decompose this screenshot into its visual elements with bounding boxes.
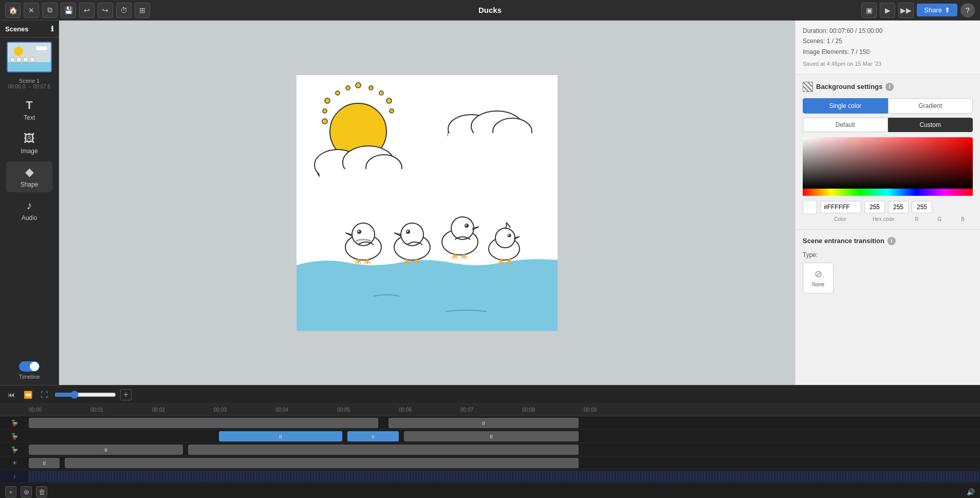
bg-settings-header: Background settings i <box>803 82 973 92</box>
scenes-count-info: Scenes: 1 / 25 <box>803 36 973 46</box>
color-hue-strip[interactable] <box>803 189 973 196</box>
timeline-ruler: 00:00 00:01 00:02 00:03 00:04 00:05 00:0… <box>0 404 980 416</box>
canvas-frame <box>296 75 558 331</box>
timeline-toggle-area: Timeline <box>0 356 59 385</box>
track-row-2: 🦆 ⏸ ⏸ ⏸ <box>0 430 980 443</box>
track-4-block-2[interactable] <box>65 458 579 468</box>
shape-tool[interactable]: ◆ Shape <box>6 161 52 192</box>
ruler-8: 00:08 <box>522 407 584 413</box>
hex-input[interactable] <box>820 201 861 213</box>
mini-cloud <box>35 46 48 51</box>
track-1-block-1[interactable] <box>29 418 378 428</box>
image-elements-info: Image Elements: 7 / 150 <box>803 47 973 57</box>
single-color-tab[interactable]: Single color <box>803 98 888 114</box>
volume-icon[interactable]: 🔊 <box>967 488 975 496</box>
image-tool[interactable]: 🖼 Image <box>6 128 52 159</box>
text-tool[interactable]: T Text <box>6 95 52 125</box>
mini-sun <box>14 47 23 56</box>
bottom-timeline: ⏮ ⏪ ⛶ + 00:00 00:01 00:02 00:03 00:04 00… <box>0 385 980 498</box>
custom-tab[interactable]: Custom <box>888 118 973 132</box>
g-label: G <box>930 216 950 222</box>
undo-button[interactable]: ↩ <box>79 3 95 18</box>
hex-label: Hex code <box>863 216 903 222</box>
track-row-4: ☀ ⏸ <box>0 456 980 470</box>
ruler-4: 00:04 <box>275 407 337 413</box>
add-track-button[interactable]: ⊕ <box>21 486 32 497</box>
mini-duck-1 <box>10 57 15 62</box>
redo-button[interactable]: ↪ <box>98 3 113 18</box>
hatch-icon <box>803 82 813 92</box>
timeline-zoom-slider[interactable] <box>54 391 116 399</box>
share-button[interactable]: Share ⬆ <box>917 4 957 16</box>
svg-point-29 <box>407 230 409 232</box>
scenes-info-icon[interactable]: ℹ <box>51 25 53 33</box>
transition-header: Scene entrance transition i <box>803 237 973 245</box>
audio-tool[interactable]: ♪ Audio <box>6 195 52 226</box>
close-button[interactable]: ✕ <box>24 3 39 18</box>
track-4-content: ⏸ <box>29 456 980 469</box>
track-row-3: 🦆 ⏸ <box>0 443 980 456</box>
track-1-block-2[interactable]: ⏸ <box>389 418 579 428</box>
bottom-footer: + ⊕ 🗑 🔊 <box>0 486 980 498</box>
timeline-toggle-label: Timeline <box>19 374 40 380</box>
svg-point-11 <box>322 119 327 124</box>
color-swatch[interactable] <box>803 200 817 214</box>
grid-button[interactable]: ⊞ <box>135 3 150 18</box>
timeline-prev-button[interactable]: ⏪ <box>22 389 34 401</box>
timeline-expand-button[interactable]: ⛶ <box>38 389 50 401</box>
track-3-block-2[interactable] <box>188 445 579 455</box>
preview-small-button[interactable]: ▣ <box>861 3 877 18</box>
scene-1-thumbnail[interactable] <box>7 42 52 72</box>
save-button[interactable]: 💾 <box>61 3 76 18</box>
ruler-1: 00:01 <box>90 407 152 413</box>
timeline-start-button[interactable]: ⏮ <box>5 389 17 401</box>
track-2-icon: 🦆 <box>0 433 29 440</box>
color-preset-tabs: Default Custom <box>803 118 973 132</box>
track-2-block-1[interactable]: ⏸ <box>219 431 342 441</box>
canvas-area[interactable] <box>59 21 795 385</box>
canvas-svg <box>297 75 558 331</box>
timeline-add-button[interactable]: + <box>120 389 132 400</box>
g-input[interactable] <box>888 201 909 213</box>
help-button[interactable]: ? <box>960 3 975 17</box>
timeline-tracks: 🦆 ⏸ 🦆 ⏸ ⏸ ⏸ 🦆 ⏸ ☀ ⏸ <box>0 416 980 486</box>
audio-label: Audio <box>22 214 38 222</box>
track-2-content: ⏸ ⏸ ⏸ <box>29 430 980 442</box>
duplicate-button[interactable]: ⧉ <box>42 3 58 18</box>
add-scene-button[interactable]: + <box>5 486 16 497</box>
home-button[interactable]: 🏠 <box>5 3 21 18</box>
scenes-panel: Scenes ℹ Scene 1 00:00.0 → 00:07.6 T <box>0 21 59 385</box>
track-1-icon: 🦆 <box>0 419 29 427</box>
track-3-block-1[interactable]: ⏸ <box>29 445 183 455</box>
r-input[interactable] <box>864 201 885 213</box>
scenes-header: Scenes ℹ <box>0 21 59 38</box>
default-tab[interactable]: Default <box>803 118 888 132</box>
b-input[interactable] <box>912 201 932 213</box>
track-1-content: ⏸ <box>29 416 980 429</box>
gradient-tab[interactable]: Gradient <box>888 98 973 114</box>
history-button[interactable]: ⏱ <box>116 3 132 18</box>
play-full-button[interactable]: ▶▶ <box>898 3 914 18</box>
scene-1-time: 00:00.0 → 00:07.6 <box>0 84 59 89</box>
track-4-block-1[interactable]: ⏸ <box>29 458 60 468</box>
track-2-block-3[interactable]: ⏸ <box>404 431 579 441</box>
transition-info-icon[interactable]: i <box>887 237 896 245</box>
right-panel: Duration: 00:07:60 / 15:00:00 Scenes: 1 … <box>795 21 980 385</box>
scenes-title: Scenes <box>5 25 29 33</box>
play-button[interactable]: ▶ <box>880 3 895 18</box>
main-layout: Scenes ℹ Scene 1 00:00.0 → 00:07.6 T <box>0 21 980 385</box>
no-transition-icon: ⊘ <box>815 268 822 280</box>
bg-settings-info-icon[interactable]: i <box>885 83 894 91</box>
mini-ducks <box>10 57 35 62</box>
delete-button[interactable]: 🗑 <box>36 486 47 497</box>
timeline-toggle-switch[interactable] <box>19 361 40 372</box>
track-4-icon: ☀ <box>0 459 29 467</box>
topbar-right-actions: ▣ ▶ ▶▶ Share ⬆ ? <box>861 3 975 18</box>
track-2-block-2[interactable]: ⏸ <box>347 431 399 441</box>
mini-duck-3 <box>23 57 28 62</box>
scene-1-label: Scene 1 <box>0 78 59 84</box>
none-transition-button[interactable]: ⊘ None <box>803 263 834 293</box>
ruler-3: 00:03 <box>214 407 275 413</box>
track-audio-row: ♪ <box>0 470 980 483</box>
color-gradient-box[interactable] <box>803 137 973 189</box>
